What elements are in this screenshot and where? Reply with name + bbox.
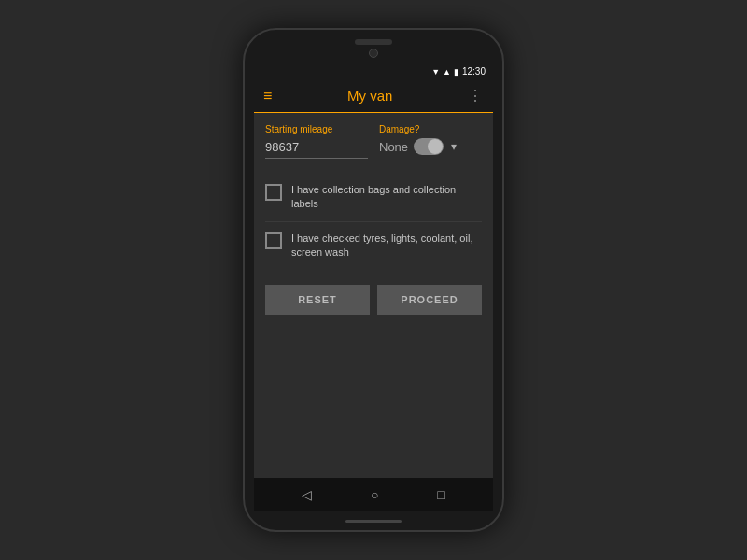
mileage-field-group: Starting mileage bbox=[265, 124, 368, 159]
checkbox-tyres: I have checked tyres, lights, coolant, o… bbox=[265, 222, 482, 270]
home-indicator bbox=[345, 520, 402, 523]
checkbox-bags: I have collection bags and collection la… bbox=[265, 174, 482, 222]
bottom-nav-bar: ◁ ○ □ bbox=[254, 478, 493, 511]
reset-button[interactable]: RESET bbox=[265, 285, 370, 315]
checkbox-tyres-label: I have checked tyres, lights, coolant, o… bbox=[291, 231, 482, 260]
back-nav-icon[interactable]: ◁ bbox=[302, 487, 312, 502]
recent-nav-icon[interactable]: □ bbox=[437, 487, 444, 502]
damage-toggle[interactable] bbox=[414, 138, 444, 155]
proceed-button[interactable]: PROCEED bbox=[377, 285, 482, 315]
form-row: Starting mileage Damage? None ▾ bbox=[265, 124, 482, 159]
mileage-input[interactable] bbox=[265, 138, 368, 159]
damage-label: Damage? bbox=[379, 124, 482, 134]
damage-dropdown-icon[interactable]: ▾ bbox=[451, 140, 457, 153]
mileage-label: Starting mileage bbox=[265, 124, 368, 134]
status-bar: ▼ ▲ ▮ 12:30 bbox=[254, 63, 493, 79]
damage-field-group: Damage? None ▾ bbox=[379, 124, 482, 159]
screen: ▼ ▲ ▮ 12:30 ≡ My van ⋮ Starting mileage … bbox=[254, 63, 493, 511]
button-row: RESET PROCEED bbox=[265, 285, 482, 315]
damage-value: None bbox=[379, 140, 408, 154]
wifi-icon: ▼ bbox=[431, 67, 440, 77]
checkbox-tyres-input[interactable] bbox=[265, 232, 282, 249]
checkbox-bags-label: I have collection bags and collection la… bbox=[291, 183, 482, 212]
phone-camera bbox=[369, 49, 378, 58]
home-nav-icon[interactable]: ○ bbox=[371, 487, 378, 502]
app-bar: ≡ My van ⋮ bbox=[254, 79, 493, 113]
checkbox-bags-input[interactable] bbox=[265, 184, 282, 201]
more-options-icon[interactable]: ⋮ bbox=[468, 87, 484, 105]
phone-speaker bbox=[355, 39, 392, 45]
signal-icon: ▲ bbox=[443, 67, 451, 77]
damage-row: None ▾ bbox=[379, 138, 482, 155]
status-time: 12:30 bbox=[462, 66, 486, 77]
content-area: Starting mileage Damage? None ▾ bbox=[254, 113, 493, 478]
app-title: My van bbox=[281, 88, 458, 104]
phone-frame: ▼ ▲ ▮ 12:30 ≡ My van ⋮ Starting mileage … bbox=[243, 28, 504, 532]
damage-toggle-knob bbox=[428, 139, 443, 154]
phone-bottom bbox=[254, 511, 493, 530]
battery-icon: ▮ bbox=[454, 67, 458, 77]
hamburger-icon[interactable]: ≡ bbox=[263, 88, 272, 105]
status-icons: ▼ ▲ ▮ bbox=[431, 67, 458, 77]
